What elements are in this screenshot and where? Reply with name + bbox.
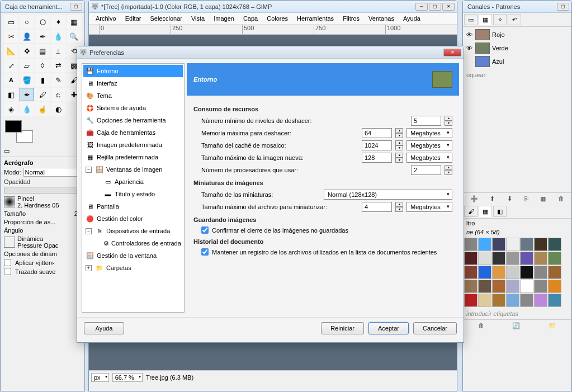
collapse-icon[interactable]: − bbox=[86, 167, 92, 173]
gradients-tab[interactable]: ◧ bbox=[493, 206, 507, 217]
fg-bg-color[interactable] bbox=[5, 120, 33, 143]
input-proc[interactable] bbox=[411, 165, 441, 175]
flip-tool[interactable]: ⇄ bbox=[51, 59, 65, 72]
pattern-cell[interactable] bbox=[506, 294, 519, 307]
visibility-icon[interactable]: 👁 bbox=[465, 31, 473, 38]
input-thumb-max[interactable] bbox=[362, 202, 392, 212]
delete-pattern-icon[interactable]: 🗑 bbox=[478, 322, 484, 329]
menu-archivo[interactable]: Archivo bbox=[92, 14, 120, 23]
airbrush-tool[interactable]: ✒ bbox=[20, 88, 34, 101]
help-button[interactable]: Ayuda bbox=[84, 322, 124, 334]
menu-colores[interactable]: Colores bbox=[263, 14, 291, 23]
align-tool[interactable]: ▤ bbox=[35, 44, 50, 58]
pattern-cell[interactable] bbox=[506, 280, 519, 293]
input-mem-undo[interactable] bbox=[362, 128, 392, 138]
menu-capa[interactable]: Capa bbox=[240, 14, 261, 23]
spin-buttons[interactable]: ▴▾ bbox=[395, 153, 403, 163]
menu-imagen[interactable]: Imagen bbox=[210, 14, 238, 23]
ellipse-select-tool[interactable]: ○ bbox=[20, 15, 34, 29]
pattern-cell[interactable] bbox=[534, 266, 547, 279]
zoom-tool[interactable]: 🔍 bbox=[67, 30, 81, 43]
smooth-check[interactable] bbox=[4, 268, 11, 275]
pattern-cell[interactable] bbox=[478, 266, 491, 279]
menu-herramientas[interactable]: Herramientas bbox=[294, 14, 337, 23]
prefs-titlebar[interactable]: 🐺 Preferencias ✕ bbox=[77, 46, 464, 59]
tree-dispositivos[interactable]: −🖱Dispositivos de entrada bbox=[83, 225, 183, 237]
free-select-tool[interactable]: ⬡ bbox=[35, 15, 50, 29]
reset-button[interactable]: Reiniciar bbox=[321, 322, 364, 334]
pattern-cell[interactable] bbox=[492, 252, 505, 265]
foreground-tool[interactable]: 👤 bbox=[20, 30, 34, 43]
spin-buttons[interactable]: ▴▾ bbox=[395, 202, 403, 212]
scissors-tool[interactable]: ✂ bbox=[4, 30, 18, 43]
layers-tab[interactable]: ▭ bbox=[464, 14, 478, 25]
input-tile-cache[interactable] bbox=[362, 140, 392, 150]
dyn-options[interactable]: Opciones de dinám bbox=[4, 251, 57, 257]
menu-vista[interactable]: Vista bbox=[188, 14, 208, 23]
tree-sistema-ayuda[interactable]: 🛟Sistema de ayuda bbox=[83, 102, 183, 114]
spin-buttons[interactable]: ▴▾ bbox=[395, 140, 403, 150]
zoom-combo[interactable]: 66.7 % bbox=[112, 373, 143, 382]
crop-tool[interactable]: ⟂ bbox=[51, 44, 65, 58]
close-button[interactable]: ✕ bbox=[442, 3, 455, 11]
pattern-cell[interactable] bbox=[464, 294, 478, 307]
channel-row-blue[interactable]: Azul bbox=[464, 55, 570, 68]
dock-menu-icon[interactable]: ▢ bbox=[557, 3, 569, 11]
spin-buttons[interactable]: ▴▾ bbox=[445, 165, 452, 175]
visibility-icon[interactable]: 👁 bbox=[465, 45, 473, 51]
tree-opciones-herr[interactable]: 🔧Opciones de herramienta bbox=[83, 114, 183, 126]
tree-rejilla-pred[interactable]: ▦Rejilla predeterminada bbox=[83, 151, 183, 163]
blend-tool[interactable]: ▮ bbox=[35, 73, 50, 87]
ink-tool[interactable]: 🖊 bbox=[35, 88, 50, 101]
combo-new-unit[interactable]: Megabytes bbox=[406, 153, 452, 163]
image-titlebar[interactable]: 🐺 *[Tree] (importada)-1.0 (Color RGB, 1 … bbox=[89, 1, 457, 13]
pattern-cell[interactable] bbox=[464, 280, 478, 293]
pattern-cell[interactable] bbox=[548, 294, 561, 307]
pencil-tool[interactable]: ✎ bbox=[51, 73, 65, 87]
pattern-cell[interactable] bbox=[534, 280, 547, 293]
channels-titlebar[interactable]: Canales - Patrones ▢ bbox=[463, 1, 571, 13]
pattern-cell[interactable] bbox=[520, 266, 533, 279]
check-confirmar[interactable] bbox=[201, 226, 209, 234]
close-button[interactable]: ✕ bbox=[443, 49, 461, 56]
pattern-cell[interactable] bbox=[548, 252, 561, 265]
channel-row-green[interactable]: 👁 Verde bbox=[464, 41, 570, 55]
pattern-cell[interactable] bbox=[534, 238, 547, 251]
tree-interfaz[interactable]: 🖥Interfaz bbox=[83, 77, 183, 89]
text-tool[interactable]: A bbox=[4, 73, 18, 87]
tree-imagen-pred[interactable]: 🖼Imagen predeterminada bbox=[83, 139, 183, 151]
smudge-tool[interactable]: ☝ bbox=[35, 102, 50, 116]
pattern-cell[interactable] bbox=[492, 294, 505, 307]
patterns-tab[interactable]: ▦ bbox=[479, 206, 492, 217]
spin-buttons[interactable]: ▴▾ bbox=[395, 128, 403, 138]
pattern-cell[interactable] bbox=[492, 280, 505, 293]
pattern-cell[interactable] bbox=[464, 252, 478, 265]
menu-ayuda[interactable]: Ayuda bbox=[400, 14, 424, 23]
dynamics-preview[interactable] bbox=[4, 237, 15, 248]
tree-apariencia[interactable]: ▭Apariencia bbox=[83, 176, 183, 188]
combo-cache-unit[interactable]: Megabytes bbox=[406, 140, 452, 150]
minimize-button[interactable]: ─ bbox=[415, 3, 428, 11]
pattern-cell[interactable] bbox=[478, 280, 491, 293]
pattern-cell[interactable] bbox=[520, 252, 533, 265]
pattern-cell[interactable] bbox=[520, 294, 533, 307]
input-max-new[interactable] bbox=[362, 153, 392, 163]
tags-input[interactable]: introducir etiquetas bbox=[463, 308, 571, 319]
tree-tema[interactable]: 🎨Tema bbox=[83, 89, 183, 102]
tree-ventanas-imagen[interactable]: −🪟Ventanas de imagen bbox=[83, 163, 183, 176]
color-select-tool[interactable]: ▦ bbox=[67, 15, 81, 29]
cancel-button[interactable]: Cancelar bbox=[413, 322, 457, 334]
pattern-cell[interactable] bbox=[506, 266, 519, 279]
pattern-cell[interactable] bbox=[534, 294, 547, 307]
pattern-cell[interactable] bbox=[492, 238, 505, 251]
check-mantener[interactable] bbox=[201, 248, 209, 256]
new-channel-icon[interactable]: ➕ bbox=[470, 195, 478, 202]
open-pattern-icon[interactable]: 📁 bbox=[549, 322, 556, 329]
input-min-undo[interactable] bbox=[411, 116, 441, 126]
mode-combo[interactable] bbox=[23, 168, 81, 177]
combo-thumb-size[interactable]: Normal (128x128) bbox=[324, 190, 452, 200]
menu-filtros[interactable]: Filtros bbox=[339, 14, 363, 23]
jitter-check[interactable] bbox=[4, 259, 11, 266]
pattern-cell[interactable] bbox=[506, 238, 519, 251]
undo-tab[interactable]: ↶ bbox=[508, 14, 521, 25]
